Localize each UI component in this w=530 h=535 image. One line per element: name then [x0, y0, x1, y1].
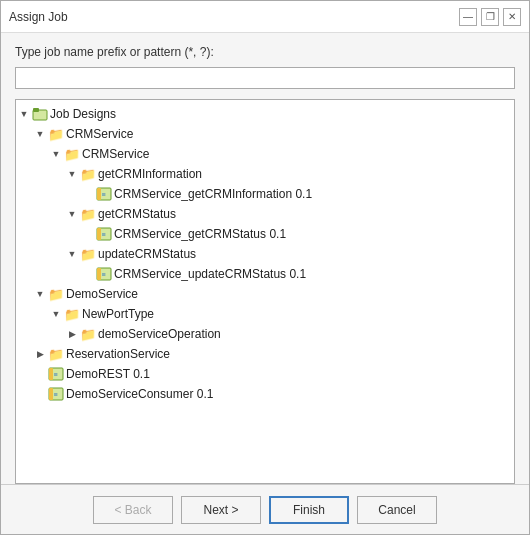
toggle-demoservice[interactable]: ▼ — [32, 286, 48, 302]
svg-rect-9 — [97, 268, 101, 280]
svg-text:≡: ≡ — [102, 271, 106, 278]
job-icon: ≡ — [96, 186, 112, 202]
node-label-updateCRMStatus: updateCRMStatus — [98, 247, 196, 261]
tree-node-demoserviceop[interactable]: ▶📁demoServiceOperation — [16, 324, 514, 344]
node-label-demorest: DemoREST 0.1 — [66, 367, 150, 381]
toggle-demoserviceop[interactable]: ▶ — [64, 326, 80, 342]
svg-text:≡: ≡ — [102, 191, 106, 198]
folder-icon: 📁 — [80, 326, 96, 342]
toggle-updateCRMStatus[interactable]: ▼ — [64, 246, 80, 262]
assign-job-window: Assign Job — ❐ ✕ Type job name prefix or… — [0, 0, 530, 535]
restore-button[interactable]: ❐ — [481, 8, 499, 26]
job-icon: ≡ — [96, 226, 112, 242]
tree-node-crmservice2[interactable]: ▼📁CRMService — [16, 144, 514, 164]
toggle-getCRMStatus[interactable]: ▼ — [64, 206, 80, 222]
folder-icon: 📁 — [48, 126, 64, 142]
tree-node-demoserviceconsumer[interactable]: ≡DemoServiceConsumer 0.1 — [16, 384, 514, 404]
svg-rect-15 — [49, 388, 53, 400]
toggle-getCRMInfo[interactable]: ▼ — [64, 166, 80, 182]
tree-node-demoservice[interactable]: ▼📁DemoService — [16, 284, 514, 304]
toggle-demoserviceconsumer[interactable] — [32, 386, 48, 402]
toggle-reservationservice[interactable]: ▶ — [32, 346, 48, 362]
toggle-newporttype[interactable]: ▼ — [48, 306, 64, 322]
node-label-demoserviceconsumer: DemoServiceConsumer 0.1 — [66, 387, 213, 401]
node-label-crmservice1: CRMService — [66, 127, 133, 141]
tree-node-getCRMInfo_job[interactable]: ≡CRMService_getCRMInformation 0.1 — [16, 184, 514, 204]
minimize-button[interactable]: — — [459, 8, 477, 26]
svg-rect-12 — [49, 368, 53, 380]
node-label-getCRMStatus_job: CRMService_getCRMStatus 0.1 — [114, 227, 286, 241]
svg-rect-1 — [33, 108, 39, 112]
folder-icon: 📁 — [80, 206, 96, 222]
job-icon: ≡ — [96, 266, 112, 282]
svg-text:≡: ≡ — [102, 231, 106, 238]
folder-icon: 📁 — [64, 306, 80, 322]
toggle-crmservice1[interactable]: ▼ — [32, 126, 48, 142]
toggle-jobdesigns[interactable]: ▼ — [16, 106, 32, 122]
job-icon: ≡ — [48, 386, 64, 402]
svg-text:≡: ≡ — [54, 391, 58, 398]
search-input[interactable] — [15, 67, 515, 89]
job-icon: ≡ — [48, 366, 64, 382]
tree-node-updateCRMStatus[interactable]: ▼📁updateCRMStatus — [16, 244, 514, 264]
folder-icon: 📁 — [80, 246, 96, 262]
window-controls: — ❐ ✕ — [459, 8, 521, 26]
prompt-label: Type job name prefix or pattern (*, ?): — [15, 45, 515, 59]
window-title: Assign Job — [9, 10, 68, 24]
tree-node-jobdesigns[interactable]: ▼Job Designs — [16, 104, 514, 124]
node-label-jobdesigns: Job Designs — [50, 107, 116, 121]
node-label-getCRMInfo_job: CRMService_getCRMInformation 0.1 — [114, 187, 312, 201]
tree-node-getCRMStatus_job[interactable]: ≡CRMService_getCRMStatus 0.1 — [16, 224, 514, 244]
tree-node-getCRMInfo[interactable]: ▼📁getCRMInformation — [16, 164, 514, 184]
tree-node-demorest[interactable]: ≡DemoREST 0.1 — [16, 364, 514, 384]
tree-node-reservationservice[interactable]: ▶📁ReservationService — [16, 344, 514, 364]
toggle-updateCRMStatus_job[interactable] — [80, 266, 96, 282]
folder-icon: 📁 — [80, 166, 96, 182]
node-label-getCRMStatus: getCRMStatus — [98, 207, 176, 221]
job-tree: ▼Job Designs▼📁CRMService▼📁CRMService▼📁ge… — [15, 99, 515, 484]
tree-node-updateCRMStatus_job[interactable]: ≡CRMService_updateCRMStatus 0.1 — [16, 264, 514, 284]
close-button[interactable]: ✕ — [503, 8, 521, 26]
node-label-updateCRMStatus_job: CRMService_updateCRMStatus 0.1 — [114, 267, 306, 281]
node-label-newporttype: NewPortType — [82, 307, 154, 321]
node-label-demoserviceop: demoServiceOperation — [98, 327, 221, 341]
title-bar: Assign Job — ❐ ✕ — [1, 1, 529, 33]
tree-node-getCRMStatus[interactable]: ▼📁getCRMStatus — [16, 204, 514, 224]
toggle-getCRMInfo_job[interactable] — [80, 186, 96, 202]
svg-rect-3 — [97, 188, 101, 200]
next-button[interactable]: Next > — [181, 496, 261, 524]
toggle-crmservice2[interactable]: ▼ — [48, 146, 64, 162]
tree-node-crmservice1[interactable]: ▼📁CRMService — [16, 124, 514, 144]
back-button[interactable]: < Back — [93, 496, 173, 524]
node-label-reservationservice: ReservationService — [66, 347, 170, 361]
root-icon — [32, 106, 48, 122]
toggle-getCRMStatus_job[interactable] — [80, 226, 96, 242]
folder-icon: 📁 — [48, 286, 64, 302]
cancel-button[interactable]: Cancel — [357, 496, 437, 524]
finish-button[interactable]: Finish — [269, 496, 349, 524]
node-label-crmservice2: CRMService — [82, 147, 149, 161]
folder-icon: 📁 — [48, 346, 64, 362]
node-label-getCRMInfo: getCRMInformation — [98, 167, 202, 181]
tree-node-newporttype[interactable]: ▼📁NewPortType — [16, 304, 514, 324]
folder-icon: 📁 — [64, 146, 80, 162]
svg-rect-6 — [97, 228, 101, 240]
node-label-demoservice: DemoService — [66, 287, 138, 301]
dialog-footer: < Back Next > Finish Cancel — [1, 484, 529, 534]
dialog-content: Type job name prefix or pattern (*, ?): … — [1, 33, 529, 484]
toggle-demorest[interactable] — [32, 366, 48, 382]
svg-text:≡: ≡ — [54, 371, 58, 378]
